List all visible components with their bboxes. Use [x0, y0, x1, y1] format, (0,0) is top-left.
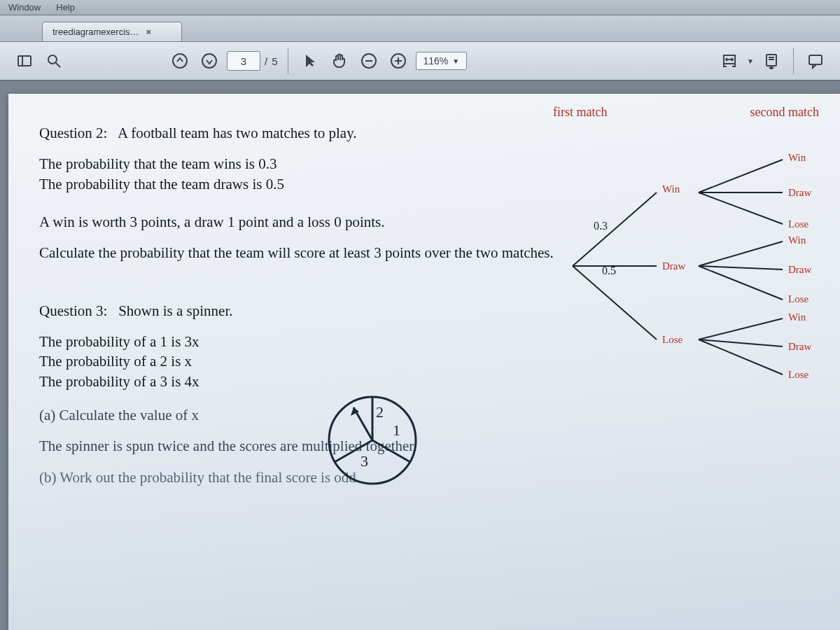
first-lose: Lose: [662, 334, 683, 345]
q3-sub-a: (a) Calculate the value of x: [39, 405, 557, 425]
first-win: Win: [662, 183, 680, 195]
prob-win: 0.3: [594, 220, 608, 232]
spinner-diagram: 1 2 3: [320, 388, 425, 493]
menu-bar: Window Help: [0, 0, 840, 15]
second-a-win: Win: [788, 152, 806, 163]
page-down-icon[interactable]: [197, 49, 221, 73]
toolbar-separator: [288, 48, 288, 74]
page-separator: /: [265, 55, 267, 67]
second-b-draw: Draw: [788, 264, 811, 275]
toolbar: 3 / 5 116% ▼ ▼: [0, 42, 840, 81]
q2-line3: A win is worth 3 points, a draw 1 point …: [39, 212, 557, 232]
q3-line3: The probability of a 3 is 4x: [39, 372, 557, 391]
spinner-sector-2: 2: [376, 403, 384, 421]
second-b-lose: Lose: [788, 293, 809, 304]
tree-heading-first: first match: [553, 104, 607, 120]
svg-point-5: [202, 54, 216, 68]
q3-title: Shown is a spinner.: [118, 302, 232, 319]
svg-line-26: [699, 266, 783, 270]
svg-line-19: [573, 192, 657, 266]
q3-line2: The probability of a 2 is x: [39, 351, 557, 371]
q3-sub-b: (b) Work out the probability that the fi…: [39, 468, 557, 487]
svg-line-25: [699, 241, 783, 266]
prob-draw: 0.5: [602, 265, 616, 276]
q2-label: Question 2:: [39, 125, 107, 141]
spinner-sector-1: 1: [393, 421, 400, 439]
q3-label: Question 3:: [39, 302, 107, 319]
close-icon[interactable]: ×: [146, 27, 152, 37]
q3-line4: The spinner is spun twice and the scores…: [39, 436, 557, 456]
toolbar-separator: [793, 48, 794, 74]
q2-line2: The probability that the team draws is 0…: [39, 174, 557, 194]
svg-line-24: [699, 192, 783, 224]
page-indicator: 3 / 5: [227, 51, 278, 71]
svg-rect-18: [809, 55, 822, 64]
second-a-draw: Draw: [788, 187, 811, 198]
document-viewport[interactable]: first match second match 0.3 0.5 Win Dra…: [0, 81, 840, 630]
second-c-draw: Draw: [788, 341, 811, 352]
zoom-out-icon[interactable]: [357, 49, 381, 73]
hand-tool-icon[interactable]: [328, 49, 351, 73]
q3-heading: Question 3: Shown is a spinner.: [39, 301, 557, 321]
zoom-level-select[interactable]: 116% ▼: [416, 52, 468, 70]
select-tool-icon[interactable]: [298, 49, 322, 73]
svg-point-2: [48, 55, 57, 64]
total-pages: 5: [272, 55, 277, 67]
svg-line-21: [573, 266, 657, 340]
tree-diagram: 0.3 0.5 Win Draw Lose Win Draw Lose Win …: [559, 126, 832, 392]
second-c-win: Win: [788, 312, 806, 323]
tab-title: treediagramexercis…: [52, 27, 139, 37]
second-c-lose: Lose: [788, 369, 809, 380]
document-page: first match second match 0.3 0.5 Win Dra…: [8, 94, 840, 630]
document-tab[interactable]: treediagramexercis… ×: [42, 22, 182, 41]
svg-rect-0: [18, 56, 31, 66]
tree-headings: first match second match: [553, 104, 819, 120]
second-a-lose: Lose: [788, 218, 809, 230]
svg-line-28: [699, 318, 783, 340]
find-icon[interactable]: [42, 49, 66, 73]
page-up-icon[interactable]: [168, 49, 192, 73]
q2-title: A football team has two matches to play.: [118, 125, 357, 141]
tree-heading-second: second match: [750, 104, 819, 120]
menu-help[interactable]: Help: [56, 2, 75, 13]
fit-width-icon[interactable]: [718, 49, 741, 73]
comment-icon[interactable]: [804, 49, 827, 73]
read-mode-icon[interactable]: [760, 49, 783, 73]
current-page-input[interactable]: 3: [227, 51, 260, 71]
chevron-down-icon: ▼: [452, 57, 459, 65]
zoom-in-icon[interactable]: [386, 49, 410, 73]
svg-line-3: [56, 63, 60, 67]
svg-line-22: [699, 160, 783, 192]
q2-heading: Question 2: A football team has two matc…: [39, 123, 557, 143]
menu-window[interactable]: Window: [8, 2, 41, 13]
sidebar-toggle-icon[interactable]: [13, 49, 36, 73]
q3-line1: The probability of a 1 is 3x: [39, 332, 557, 351]
tab-strip: treediagramexercis… ×: [0, 15, 840, 42]
second-b-win: Win: [788, 234, 806, 246]
chevron-down-icon: ▼: [747, 57, 754, 65]
q2-line4: Calculate the probability that the team …: [39, 243, 557, 262]
svg-line-33: [372, 440, 410, 462]
svg-marker-6: [306, 55, 315, 67]
q2-line1: The probability that the team wins is 0.…: [39, 154, 557, 174]
zoom-value: 116%: [424, 55, 449, 66]
svg-line-27: [699, 266, 783, 300]
svg-point-4: [173, 54, 187, 68]
first-draw: Draw: [662, 260, 685, 272]
spinner-sector-3: 3: [360, 452, 368, 470]
